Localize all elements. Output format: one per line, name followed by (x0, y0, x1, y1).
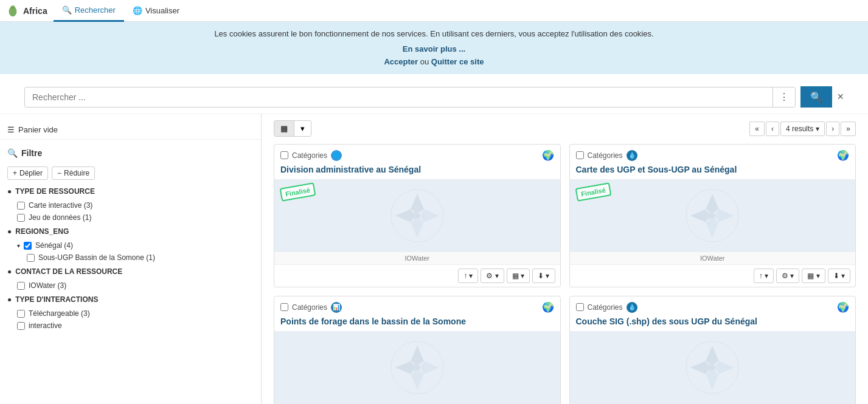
circle-icon-type: ● (7, 187, 12, 196)
results-count: 4 results (786, 125, 813, 133)
card-1-finalise-badge: Finalisé (280, 183, 316, 202)
circle-icon-regions: ● (7, 227, 12, 236)
card-1-settings-button[interactable]: ⚙ ▾ (481, 269, 504, 283)
card-2-checkbox[interactable] (576, 151, 584, 159)
card-4-image (570, 331, 856, 404)
card-2-sort-button[interactable]: ↑ ▾ (754, 269, 774, 283)
search-icon: 🔍 (62, 5, 72, 15)
filter-item-telechargeable[interactable]: Téléchargeable (3) (0, 307, 261, 320)
card-2-download-button[interactable]: ⬇ ▾ (828, 269, 850, 283)
card-1-compass (390, 188, 445, 243)
svg-marker-30 (420, 361, 439, 375)
card-1-checkbox[interactable] (280, 151, 288, 159)
results-area: ▦ ▾ « ‹ 4 results ▾ › » C (262, 114, 868, 404)
section-regions-eng[interactable]: ● REGIONS_ENG (0, 224, 261, 239)
reduire-button[interactable]: − Réduire (52, 166, 95, 180)
card-3-checkbox[interactable] (280, 303, 288, 311)
filter-sub-item-somone[interactable]: Sous-UGP Bassin de la Somone (1) (0, 252, 261, 264)
page-last-button[interactable]: » (841, 122, 856, 136)
filtre-actions: + Déplier − Réduire (0, 163, 261, 183)
section-type-interactions[interactable]: ● TYPE D'INTERACTIONS (0, 292, 261, 307)
card-1-title[interactable]: Division administrative au Sénégal (274, 163, 560, 179)
svg-marker-37 (706, 346, 719, 365)
cookie-message: Les cookies assurent le bon fonctionneme… (12, 28, 856, 41)
search-input-wrap: ⋮ (24, 87, 796, 108)
cookie-quit[interactable]: Quitter ce site (431, 57, 484, 66)
svg-marker-20 (715, 210, 735, 223)
card-4-checkbox[interactable] (576, 303, 584, 311)
deplier-button[interactable]: + Déplier (7, 166, 48, 180)
result-card-2: Catégories 💧 🌍 Carte des UGP et Sous-UGP… (569, 144, 856, 287)
nav-logo: Africa (0, 4, 54, 18)
svg-marker-40 (715, 361, 735, 375)
card-2-category-icon: 💧 (627, 150, 637, 161)
svg-marker-7 (411, 194, 424, 213)
page-next-button[interactable]: › (826, 122, 839, 136)
pagination: « ‹ 4 results ▾ › » (749, 122, 856, 136)
card-4-category-label: Catégories (588, 303, 623, 312)
checkbox-interactive[interactable] (17, 322, 25, 330)
card-2-finalise-badge: Finalisé (575, 183, 611, 202)
page-first-button[interactable]: « (749, 122, 765, 136)
card-1-source: IOWater (274, 252, 560, 264)
result-card-4: Catégories 💧 🌍 Couche SIG (.shp) des sou… (569, 296, 856, 404)
panier-vide-label: Panier vide (18, 125, 58, 134)
svg-marker-38 (706, 371, 719, 390)
card-2-actions: ↑ ▾ ⚙ ▾ ▦ ▾ ⬇ ▾ (570, 264, 856, 287)
cookie-actions: En savoir plus ... (12, 43, 856, 56)
cookie-banner: Les cookies assurent le bon fonctionneme… (0, 22, 868, 74)
card-3-header: Catégories 📊 🌍 (274, 296, 560, 315)
checkbox-somone[interactable] (27, 254, 35, 262)
result-card-1: Catégories 🌐 🌍 Division administrative a… (274, 144, 561, 287)
logo-text: Africa (23, 6, 47, 16)
card-1-download-button[interactable]: ⬇ ▾ (532, 269, 555, 283)
checkbox-senegal[interactable] (24, 242, 32, 250)
card-2-map-button[interactable]: ▦ ▾ (802, 269, 825, 283)
minus-icon: − (57, 169, 61, 177)
card-4-title[interactable]: Couche SIG (.shp) des sous UGP du Sénéga… (570, 315, 856, 331)
card-1-sort-button[interactable]: ↑ ▾ (458, 269, 478, 283)
filter-item-iowater[interactable]: IOWater (3) (0, 279, 261, 292)
filter-item-interactive[interactable]: interactive (0, 320, 261, 332)
svg-marker-10 (420, 210, 439, 223)
cookie-accept[interactable]: Accepter (384, 57, 418, 66)
search-button[interactable]: 🔍 (800, 86, 832, 108)
card-2-settings-button[interactable]: ⚙ ▾ (776, 269, 799, 283)
card-4-compass (685, 340, 740, 395)
card-1-category-label: Catégories (292, 151, 327, 160)
view-toggle-arrow[interactable]: ▾ (294, 121, 311, 136)
card-1-map-button[interactable]: ▦ ▾ (507, 269, 530, 283)
filter-icon: 🔍 (7, 148, 18, 158)
card-1-image: Finalisé (274, 179, 560, 252)
card-2-title[interactable]: Carte des UGP et Sous-UGP au Sénégal (570, 163, 856, 179)
card-2-header: Catégories 💧 🌍 (570, 145, 856, 163)
checkbox-jeu-donnees[interactable] (17, 214, 25, 222)
card-2-globe-icon: 🌍 (837, 149, 849, 161)
section-type-ressource[interactable]: ● TYPE DE RESSOURCE (0, 183, 261, 199)
region-toggle-senegal[interactable]: ▾ (17, 242, 20, 249)
card-3-title[interactable]: Points de forage dans le bassin de la So… (274, 315, 560, 331)
cookie-buttons: Accepter ou Quitter ce site (12, 56, 856, 69)
card-3-category-label: Catégories (292, 303, 327, 312)
checkbox-telechargeable[interactable] (17, 310, 25, 318)
card-4-category-icon: 💧 (627, 302, 637, 313)
view-grid-button[interactable]: ▦ (274, 121, 294, 136)
svg-marker-9 (395, 210, 415, 223)
page-prev-button[interactable]: ‹ (766, 122, 779, 136)
section-contact-ressource[interactable]: ● CONTACT DE LA RESSOURCE (0, 264, 261, 279)
search-input[interactable] (25, 87, 773, 107)
card-1-category-icon: 🌐 (331, 150, 342, 161)
svg-marker-8 (411, 219, 424, 238)
tab-rechercher[interactable]: 🔍 Rechercher (54, 0, 124, 22)
results-toolbar: ▦ ▾ « ‹ 4 results ▾ › » (274, 120, 856, 137)
cookie-learn-more[interactable]: En savoir plus ... (403, 44, 465, 53)
search-close-button[interactable]: × (837, 91, 844, 103)
checkbox-carte-interactive[interactable] (17, 202, 25, 210)
search-menu-button[interactable]: ⋮ (773, 87, 795, 107)
card-4-globe-icon: 🌍 (837, 301, 849, 313)
filter-item-carte-interactive[interactable]: Carte interactive (3) (0, 199, 261, 211)
filter-item-jeu-donnees[interactable]: Jeu de données (1) (0, 211, 261, 224)
svg-point-41 (710, 365, 715, 371)
tab-visualiser[interactable]: 🌐 Visualiser (124, 0, 188, 22)
checkbox-iowater[interactable] (17, 282, 25, 290)
